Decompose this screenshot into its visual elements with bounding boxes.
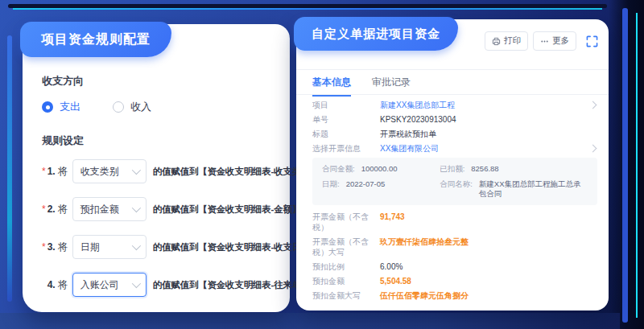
withhold-amount-value: 5,504.58 (380, 276, 597, 286)
field-row-invoice-amount: 开票金额（不含税） 91,743 (312, 212, 597, 232)
more-button-label: 更多 (552, 35, 569, 47)
radio-income[interactable]: 收入 (113, 100, 151, 114)
field-value: 开票税款预扣单 (380, 129, 597, 139)
project-link[interactable]: 新建XX集团总部工程 (380, 100, 585, 110)
rule-4-field-select[interactable]: 入账公司 (72, 273, 147, 297)
rule-word: 将 (58, 241, 68, 254)
field-label: 预扣金额大写 (312, 290, 380, 301)
rule-row-4: * 4. 将 入账公司 的值赋值到【资金收支明细表-往来单位】中 (42, 273, 274, 297)
direction-section-label: 收支方向 (42, 74, 274, 88)
field-row-withhold-amount-caps: 预扣金额大写 伍仟伍佰零肆元伍角捌分 (312, 290, 597, 301)
rules-list: * 1. 将 收支类别 的值赋值到【资金收支明细表-收支类别】中 * 2. 将 … (42, 159, 274, 297)
field-label: 预扣金额 (312, 276, 380, 286)
rule-number: 2. (47, 204, 56, 215)
top-frame-decoration (8, 4, 607, 8)
document-toolbar: 打印 更多 (485, 31, 599, 51)
withhold-amount-caps-value: 伍仟伍佰零肆元伍角捌分 (380, 290, 597, 301)
header-divider (296, 69, 609, 70)
rule-word: 将 (58, 203, 68, 216)
deducted-amount-item: 已扣额: 8256.88 (440, 164, 588, 174)
field-row-invoice-info: 选择开票信息 XX集团有限公司 (312, 143, 597, 154)
radio-expense[interactable]: 支出 (42, 100, 80, 114)
chevron-down-icon (131, 241, 140, 250)
contract-item-value: 100000.00 (361, 164, 398, 174)
radio-income-label: 收入 (130, 100, 151, 114)
document-panel: 自定义单据进项目资金 打印 更多 基本信息 审批记录 项目 新建XX集团总部工程 (296, 19, 609, 310)
chevron-down-icon (131, 204, 140, 212)
contract-item-value: 8256.88 (471, 164, 498, 174)
rule-word: 将 (58, 165, 68, 179)
top-cyan-accent-line (13, 8, 602, 10)
chevron-right-icon[interactable] (589, 145, 597, 153)
more-button[interactable]: 更多 (533, 31, 576, 51)
rule-1-field-select[interactable]: 收支类别 (72, 159, 147, 183)
contract-item-label: 已扣额: (440, 164, 464, 174)
rule-number: 4. (47, 279, 56, 290)
bottom-band-decoration (0, 313, 620, 329)
field-row-title: 标题 开票税款预扣单 (312, 129, 597, 139)
chevron-right-icon[interactable] (589, 101, 597, 109)
rule-row-1: * 1. 将 收支类别 的值赋值到【资金收支明细表-收支类别】中 (42, 159, 274, 183)
rule-number: 1. (47, 166, 56, 177)
more-icon (540, 37, 549, 46)
document-panel-title: 自定义单据进项目资金 (294, 17, 458, 51)
radio-expense-label: 支出 (60, 100, 80, 114)
rules-section-label: 规则设定 (42, 134, 274, 148)
field-label: 单号 (312, 114, 380, 125)
rule-number: 3. (47, 241, 56, 253)
rule-2-suffix: 的值赋值到【资金收支明细表-金额】中 (153, 204, 311, 216)
field-value: KPSKY20230913004 (380, 114, 597, 125)
field-row-doc-number: 单号 KPSKY20230913004 (312, 114, 597, 125)
invoice-company-link[interactable]: XX集团有限公司 (380, 143, 585, 154)
required-mark: * (42, 166, 46, 177)
rule-row-3: * 3. 将 日期 的值赋值到【资金收支明细表-收支日期】中 (42, 235, 274, 259)
print-icon (492, 37, 501, 46)
rule-config-body: 收支方向 支出 收入 规则设定 * 1. 将 收支类别 (23, 24, 290, 312)
screenshot-stage: 项目资金规则配置 收支方向 支出 收入 规则设定 * 1. 将 (0, 0, 644, 329)
tabs-divider (296, 94, 609, 95)
field-label: 标题 (312, 129, 380, 139)
contract-item-label: 合同名称: (440, 179, 473, 199)
rule-row-2: * 2. 将 预扣金额 的值赋值到【资金收支明细表-金额】中 (42, 197, 274, 221)
rule-1-field-value: 收支类别 (80, 165, 119, 179)
contract-item-value: 2022-07-05 (346, 179, 386, 199)
field-row-project: 项目 新建XX集团总部工程 (312, 100, 597, 110)
fullscreen-icon (586, 35, 598, 47)
contract-item-value: 新建XX集团总部工程施工总承包合同 (479, 179, 588, 199)
right-blue-stripe-decoration (622, 8, 628, 323)
document-fields: 项目 新建XX集团总部工程 单号 KPSKY20230913004 标题 开票税… (312, 100, 597, 304)
field-label: 预扣比例 (312, 261, 380, 272)
contract-item-label: 日期: (322, 179, 340, 199)
required-mark: * (42, 241, 46, 253)
right-frame-decoration (609, 0, 644, 329)
field-label: 开票金额（不含税） (312, 212, 380, 232)
field-row-withhold-amount: 预扣金额 5,504.58 (312, 276, 597, 286)
left-stripe-decoration (7, 35, 12, 302)
direction-radio-group: 支出 收入 (42, 100, 274, 114)
rule-3-field-value: 日期 (80, 241, 100, 254)
rule-word: 将 (58, 278, 68, 292)
right-cyan-stripe-decoration (636, 13, 638, 318)
invoice-amount-caps-value: 玖万壹仟柒佰肆拾叁元整 (380, 236, 597, 247)
rule-2-field-value: 预扣金额 (80, 203, 119, 216)
chevron-down-icon (131, 279, 140, 288)
field-label: 开票金额（不含税）大写 (312, 236, 380, 257)
rule-config-panel: 项目资金规则配置 收支方向 支出 收入 规则设定 * 1. 将 (23, 24, 290, 312)
contract-item-label: 合同金额: (322, 164, 355, 174)
rule-3-field-select[interactable]: 日期 (72, 235, 147, 259)
contract-date-item: 日期: 2022-07-05 (322, 179, 431, 199)
contract-info-box: 合同金额: 100000.00 已扣额: 8256.88 日期: 2022-07… (312, 158, 597, 205)
contract-amount-item: 合同金额: 100000.00 (322, 164, 431, 174)
print-button-label: 打印 (504, 35, 521, 47)
rule-4-field-value: 入账公司 (80, 278, 119, 292)
contract-name-item: 合同名称: 新建XX集团总部工程施工总承包合同 (440, 179, 588, 199)
print-button[interactable]: 打印 (485, 31, 528, 51)
field-row-invoice-amount-caps: 开票金额（不含税）大写 玖万壹仟柒佰肆拾叁元整 (312, 236, 597, 257)
field-row-withhold-ratio: 预扣比例 6.00% (312, 261, 597, 272)
rule-2-field-select[interactable]: 预扣金额 (72, 197, 147, 221)
required-mark: * (42, 204, 46, 215)
field-label: 选择开票信息 (312, 143, 380, 154)
chevron-down-icon (131, 166, 140, 175)
invoice-amount-value: 91,743 (380, 212, 597, 222)
fullscreen-button[interactable] (584, 34, 599, 48)
